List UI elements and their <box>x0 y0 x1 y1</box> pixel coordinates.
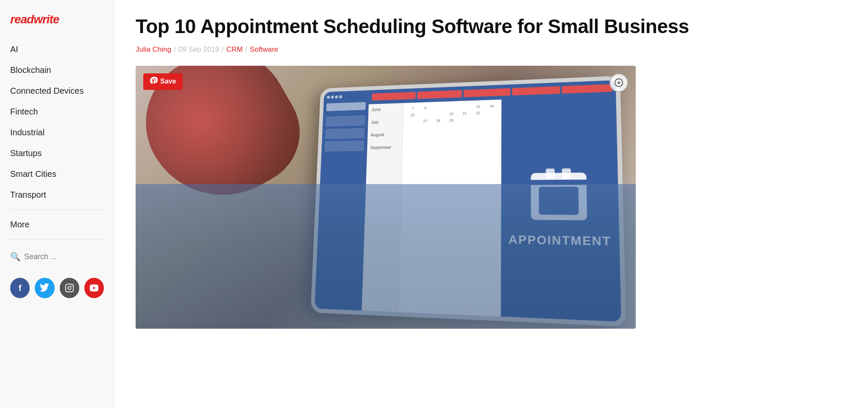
svg-rect-7 <box>531 179 586 185</box>
nav-link-startups[interactable]: Startups <box>0 143 114 164</box>
nav-item-blockchain[interactable]: Blockchain <box>0 60 114 81</box>
nav-link-smart-cities[interactable]: Smart Cities <box>0 164 114 184</box>
logo-area: readwrite <box>0 13 114 39</box>
nav-item-more[interactable]: More <box>0 214 114 235</box>
svg-rect-10 <box>562 168 571 179</box>
tablet-calendar-body: June July August September 7 8 <box>362 95 621 322</box>
expand-button[interactable] <box>609 73 628 92</box>
svg-rect-9 <box>546 168 555 179</box>
svg-rect-0 <box>65 284 73 292</box>
social-icons-area: f <box>0 269 114 298</box>
nav-divider <box>10 210 104 210</box>
category-software-link[interactable]: Software <box>250 45 278 54</box>
nav-item-transport[interactable]: Transport <box>0 184 114 205</box>
month-september: September <box>370 145 399 150</box>
main-content: Top 10 Appointment Scheduling Software f… <box>114 0 868 408</box>
pin-icon <box>150 77 158 87</box>
site-logo[interactable]: readwrite <box>10 13 59 26</box>
hero-image-wrap: Save <box>136 66 636 329</box>
tablet-device: June July August September 7 8 <box>311 75 626 327</box>
nav-item-connected-devices[interactable]: Connected Devices <box>0 81 114 101</box>
youtube-button[interactable] <box>84 278 104 298</box>
nav-item-ai[interactable]: AI <box>0 39 114 60</box>
nav-link-transport[interactable]: Transport <box>0 184 114 205</box>
category-crm-link[interactable]: CRM <box>226 45 243 54</box>
meta-sep-2: / <box>222 45 224 54</box>
article-meta: Julia Ching / 09 Sep 2019 / CRM / Softwa… <box>136 45 847 54</box>
nav-item-smart-cities[interactable]: Smart Cities <box>0 164 114 184</box>
search-icon: 🔍 <box>10 252 21 262</box>
nav-link-industrial[interactable]: Industrial <box>0 122 114 143</box>
nav-link-connected-devices[interactable]: Connected Devices <box>0 81 114 101</box>
tablet-app-sidebar <box>314 90 369 310</box>
main-nav: AI Blockchain Connected Devices Fintech … <box>0 39 114 235</box>
author-link[interactable]: Julia Ching <box>136 45 171 54</box>
svg-point-1 <box>68 286 71 289</box>
article-title: Top 10 Appointment Scheduling Software f… <box>136 15 847 38</box>
tablet-appointment-card: APPOINTMENT <box>501 95 621 322</box>
svg-rect-8 <box>539 187 579 215</box>
month-june: June <box>372 106 400 112</box>
nav-link-fintech[interactable]: Fintech <box>0 101 114 122</box>
search-input[interactable] <box>24 252 104 261</box>
instagram-button[interactable] <box>60 278 79 298</box>
meta-sep-1: / <box>174 45 176 54</box>
nav-item-fintech[interactable]: Fintech <box>0 101 114 122</box>
facebook-button[interactable]: f <box>10 278 30 298</box>
nav-item-startups[interactable]: Startups <box>0 143 114 164</box>
month-august: August <box>371 132 400 137</box>
appointment-label: APPOINTMENT <box>509 233 612 249</box>
nav-link-more[interactable]: More <box>0 214 114 235</box>
tablet-calendar-area: June July August September 7 8 <box>362 80 621 322</box>
svg-point-2 <box>71 285 72 286</box>
tablet-screen: June July August September 7 8 <box>314 80 621 322</box>
tablet-date-grid: 7 8 13 14 15 20 <box>398 100 502 317</box>
sidebar: readwrite AI Blockchain Connected Device… <box>0 0 114 408</box>
article-date: 09 Sep 2019 <box>178 45 219 54</box>
nav-item-industrial[interactable]: Industrial <box>0 122 114 143</box>
nav-link-blockchain[interactable]: Blockchain <box>0 60 114 81</box>
twitter-button[interactable] <box>35 278 54 298</box>
hero-image: June July August September 7 8 <box>136 66 636 329</box>
search-area: 🔍 <box>0 244 114 269</box>
save-label: Save <box>160 78 176 85</box>
search-divider <box>10 239 104 240</box>
save-button[interactable]: Save <box>143 73 183 90</box>
month-july: July <box>371 119 400 124</box>
nav-link-ai[interactable]: AI <box>0 39 114 60</box>
appointment-calendar-icon <box>527 164 591 226</box>
meta-sep-3: / <box>245 45 248 54</box>
tablet-wrap: June July August September 7 8 <box>306 79 616 329</box>
tablet-months: June July August September <box>362 103 403 312</box>
